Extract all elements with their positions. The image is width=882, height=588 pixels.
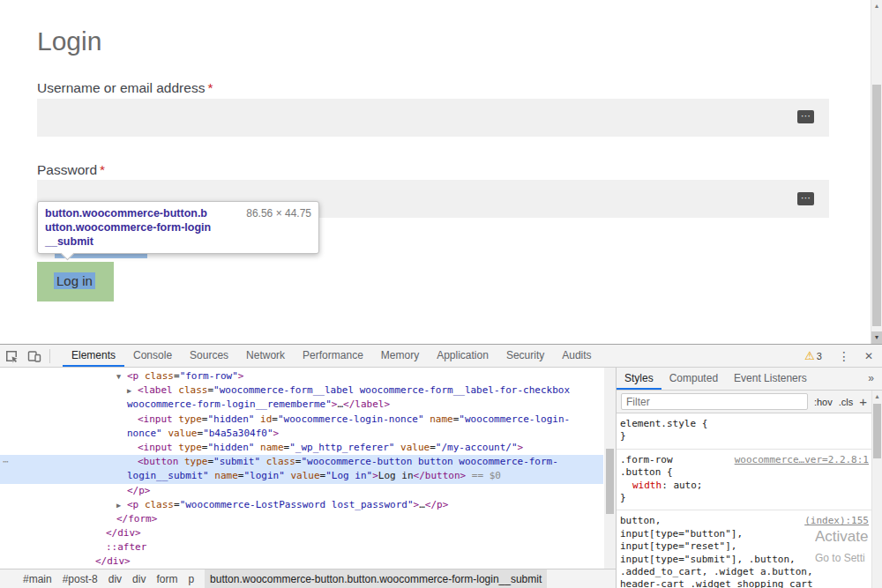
- tab-computed[interactable]: Computed: [662, 368, 726, 390]
- scroll-down-icon[interactable]: ▾: [871, 331, 882, 344]
- autofill-icon[interactable]: ⋯: [797, 192, 814, 205]
- selected-tree-node[interactable]: ⋯<button type="submit" class="woocommerc…: [0, 455, 603, 483]
- collapsed-arrow-icon[interactable]: ▶: [127, 383, 131, 398]
- style-selector-line[interactable]: input[type="submit"], .button,: [620, 554, 868, 566]
- username-input[interactable]: [37, 99, 829, 137]
- styles-scrollbar[interactable]: ▴: [871, 391, 882, 588]
- breadcrumb-item[interactable]: div: [132, 569, 146, 588]
- toolbar-separator: [49, 349, 50, 363]
- warning-icon: ⚠: [804, 349, 815, 362]
- tooltip-selector-line: __submit: [45, 234, 311, 249]
- required-asterisk: *: [207, 80, 213, 95]
- style-property[interactable]: width: auto;: [620, 480, 868, 492]
- tree-line[interactable]: ::after: [0, 540, 603, 555]
- tree-line[interactable]: login__submit" name="login" value="Log i…: [0, 469, 603, 483]
- styles-content: element.style {}woocommerce…ver=2.2.8:1.…: [617, 413, 871, 588]
- login-button-label: Log in: [54, 272, 95, 289]
- breadcrumb-item-selected[interactable]: button.woocommerce-button.button.woocomm…: [205, 569, 547, 588]
- devtools-panel: ElementsConsoleSourcesNetworkPerformance…: [0, 344, 882, 588]
- tabs-overflow-icon[interactable]: »: [860, 368, 882, 390]
- stylesheet-source-link[interactable]: (index):155: [804, 515, 869, 527]
- breadcrumb-item[interactable]: p: [188, 569, 194, 588]
- collapsed-arrow-icon[interactable]: ▶: [116, 498, 121, 512]
- tree-line[interactable]: </div>: [0, 555, 603, 569]
- tree-line[interactable]: <input type="hidden" name="_wp_http_refe…: [0, 441, 603, 455]
- tab-memory[interactable]: Memory: [372, 345, 428, 367]
- tooltip-selector-line: utton.woocommerce-form-login: [45, 220, 311, 234]
- style-selector-line[interactable]: header-cart .widget_shopping_cart: [620, 578, 868, 588]
- tab-application[interactable]: Application: [428, 345, 497, 367]
- autofill-icon[interactable]: ⋯: [797, 110, 814, 123]
- page-viewport: Login Username or email address* ⋯ Passw…: [0, 0, 882, 344]
- devtools-tabs: ElementsConsoleSourcesNetworkPerformance…: [63, 345, 601, 367]
- expanded-arrow-icon[interactable]: ▼: [116, 369, 121, 383]
- tab-console[interactable]: Console: [124, 345, 181, 367]
- styles-filter-bar: :hov .cls +: [617, 391, 882, 413]
- inspect-tooltip: button.woocommerce-button.b 86.56 × 44.7…: [37, 201, 319, 254]
- tooltip-dimensions: 86.56 × 44.75: [246, 206, 311, 220]
- devtools-close-icon[interactable]: ✕: [857, 350, 880, 362]
- style-selector-line[interactable]: .added_to_cart, .widget a.button,: [620, 566, 868, 578]
- styles-filter-input[interactable]: [621, 393, 808, 410]
- devtools-body: ▼<p class="form-row">▶<label class="wooc…: [0, 368, 882, 588]
- tree-line[interactable]: ▼<p class="form-row">: [0, 369, 603, 383]
- style-rule: element.style {}: [617, 413, 871, 450]
- tree-line[interactable]: </p>: [0, 484, 603, 498]
- tab-styles[interactable]: Styles: [617, 368, 662, 390]
- tree-line[interactable]: ▶<p class="woocommerce-LostPassword lost…: [0, 498, 603, 512]
- login-button[interactable]: Log in: [37, 262, 114, 301]
- inspect-element-icon[interactable]: [0, 345, 23, 367]
- tab-audits[interactable]: Audits: [553, 345, 600, 367]
- tab-sources[interactable]: Sources: [181, 345, 237, 367]
- page-scrollbar[interactable]: ▴ ▾: [871, 0, 882, 344]
- styles-scrollbar-thumb[interactable]: [873, 404, 881, 458]
- elements-scrollbar[interactable]: [604, 368, 616, 569]
- style-selector-line[interactable]: input[type="reset"],: [620, 540, 868, 553]
- tab-elements[interactable]: Elements: [63, 345, 124, 367]
- username-label: Username or email address*: [37, 80, 213, 96]
- tree-line[interactable]: <button type="submit" class="woocommerce…: [0, 455, 603, 469]
- style-rule: (index):155button,input[type="button"],i…: [617, 510, 871, 588]
- stylesheet-source-link[interactable]: woocommerce…ver=2.2.8:1: [735, 454, 869, 466]
- breadcrumb: #main#post-8divdivformpbutton.woocommerc…: [0, 569, 616, 588]
- style-selector-line[interactable]: input[type="button"],: [620, 528, 868, 540]
- tooltip-selector-line: button.woocommerce-button.b: [45, 206, 207, 220]
- devtools-menu-icon[interactable]: ⋮: [831, 349, 857, 363]
- breadcrumb-item[interactable]: #main: [23, 569, 52, 588]
- new-style-rule-icon[interactable]: +: [859, 394, 867, 409]
- tab-performance[interactable]: Performance: [294, 345, 372, 367]
- scroll-up-icon[interactable]: ▴: [871, 0, 882, 12]
- style-selector-line[interactable]: .button {: [620, 466, 868, 479]
- tree-line[interactable]: <input type="hidden" id="woocommerce-log…: [0, 413, 603, 427]
- password-label-text: Password: [37, 162, 97, 177]
- tree-line[interactable]: nonce" value="b4a5a304f0">: [0, 427, 603, 441]
- tab-security[interactable]: Security: [497, 345, 553, 367]
- breadcrumb-item[interactable]: #post-8: [63, 569, 98, 588]
- browser-window: Login Username or email address* ⋯ Passw…: [0, 0, 882, 588]
- username-label-text: Username or email address: [37, 80, 205, 95]
- breadcrumb-item[interactable]: div: [108, 569, 122, 588]
- dom-tree: ▼<p class="form-row">▶<label class="wooc…: [0, 368, 603, 569]
- tab-network[interactable]: Network: [237, 345, 294, 367]
- elements-scrollbar-thumb[interactable]: [606, 449, 614, 514]
- tree-line[interactable]: ▶<label class="woocommerce-form__label w…: [0, 383, 603, 398]
- tree-line[interactable]: woocommerce-form-login__rememberme">…</l…: [0, 398, 603, 412]
- page-title: Login: [37, 26, 101, 56]
- style-rule-close-brace: }: [620, 430, 868, 443]
- styles-pane-tabs: StylesComputedEvent Listeners»: [617, 368, 882, 391]
- breadcrumb-item[interactable]: form: [156, 569, 177, 588]
- device-toolbar-icon[interactable]: [23, 345, 46, 367]
- devtools-toolbar: ElementsConsoleSourcesNetworkPerformance…: [0, 345, 882, 368]
- page-scrollbar-thumb[interactable]: [872, 85, 881, 326]
- style-rule-close-brace: }: [620, 492, 868, 504]
- password-label: Password*: [37, 162, 105, 178]
- tree-line[interactable]: </div>: [0, 526, 603, 540]
- scroll-up-icon[interactable]: ▴: [872, 391, 882, 403]
- pseudo-state-toggle[interactable]: :hov: [814, 397, 833, 407]
- style-selector-line[interactable]: element.style {: [620, 418, 868, 430]
- tab-event-listeners[interactable]: Event Listeners: [726, 368, 815, 390]
- console-warnings-badge[interactable]: ⚠ 3: [804, 349, 822, 362]
- warning-count: 3: [817, 351, 822, 361]
- tree-line[interactable]: </form>: [0, 512, 603, 526]
- element-classes-toggle[interactable]: .cls: [839, 397, 854, 407]
